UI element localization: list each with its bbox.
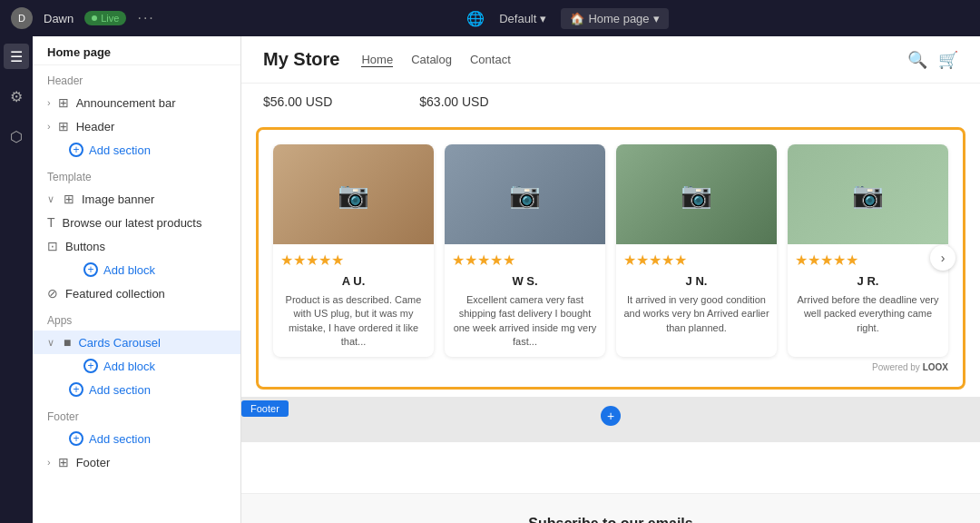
review-image-1: 📷	[273, 144, 434, 244]
user-name: Dawn	[44, 12, 74, 25]
review-card: 📷 ★★★★★ J R. Arrived before the deadline…	[788, 144, 948, 357]
review-text-1: Product is as described. Came with US pl…	[280, 293, 426, 350]
review-body-3: ★★★★★ J N. It arrived in very good condi…	[616, 244, 777, 357]
section-icon: ⊞	[58, 95, 69, 110]
stars-4: ★★★★★	[795, 252, 941, 269]
store-icons: 🔍 🛒	[907, 50, 958, 70]
sidebar-item-footer[interactable]: › ⊞ Footer	[33, 450, 240, 474]
add-block-button-1[interactable]: + Add block	[33, 258, 240, 281]
section-icon: ⊞	[64, 192, 74, 206]
store-header: My Store Home Catalog Contact 🔍 🛒	[241, 36, 980, 84]
plus-circle-icon: +	[83, 359, 98, 373]
default-dropdown[interactable]: Default ▾	[499, 12, 546, 25]
reviewer-name-4: J R.	[795, 274, 941, 288]
reviewer-name-1: A U.	[280, 274, 426, 288]
product-price-2: $63.00 USD	[419, 94, 488, 109]
section-icon: ⊞	[58, 455, 69, 469]
reviewer-name-2: W S.	[452, 274, 598, 288]
sidebar-item-browse-products[interactable]: T Browse our latest products	[33, 211, 240, 234]
nav-catalog[interactable]: Catalog	[411, 53, 452, 67]
topbar: D Dawn Live ··· 🌐 Default ▾ 🏠 Home page …	[0, 0, 980, 36]
cart-icon[interactable]: 🛒	[938, 50, 958, 70]
user-avatar: D	[11, 7, 33, 29]
add-section-button-1[interactable]: + Add section	[33, 138, 240, 162]
review-image-2: 📷	[445, 144, 605, 244]
cards-icon: ■	[64, 335, 71, 350]
section-icon: ⊘	[47, 286, 58, 301]
sidebar-item-buttons[interactable]: ⊡ Buttons	[33, 234, 240, 258]
search-icon[interactable]: 🔍	[907, 50, 927, 70]
settings-icon[interactable]: ⚙	[4, 84, 29, 109]
review-text-4: Arrived before the deadline very well pa…	[795, 293, 941, 335]
product-price-1: $56.00 USD	[263, 94, 332, 109]
chevron-icon: ›	[47, 97, 51, 108]
text-icon: T	[47, 215, 55, 230]
stars-2: ★★★★★	[452, 252, 598, 269]
header-section-label: Header	[33, 65, 240, 91]
review-text-2: Excellent camera very fast shipping fast…	[452, 293, 598, 350]
carousel-next-button[interactable]: ›	[930, 245, 956, 271]
nav-home[interactable]: Home	[361, 53, 393, 67]
plus-circle-icon: +	[69, 431, 83, 446]
page-title: Home page	[33, 36, 240, 65]
sidebar-item-featured-collection[interactable]: ⊘ Featured collection	[33, 281, 240, 305]
preview-inner: My Store Home Catalog Contact 🔍 🛒 $56.00…	[241, 36, 980, 523]
stars-3: ★★★★★	[623, 252, 769, 269]
footer-add-button[interactable]: +	[601, 406, 621, 426]
sections-icon[interactable]: ☰	[4, 44, 29, 69]
more-menu-button[interactable]: ···	[137, 10, 154, 26]
sidebar-item-header[interactable]: › ⊞ Header	[33, 114, 240, 138]
review-body-1: ★★★★★ A U. Product is as described. Came…	[273, 244, 434, 357]
sidebar-item-announcement-bar[interactable]: › ⊞ Announcement bar	[33, 91, 240, 114]
sidebar-item-image-banner[interactable]: ∨ ⊞ Image banner	[33, 187, 240, 211]
icon-rail: ☰ ⚙ ⬡	[0, 36, 33, 523]
footer-section-badge: Footer	[241, 400, 289, 417]
template-section-label: Template	[33, 162, 240, 187]
store-name: My Store	[263, 49, 339, 70]
home-icon: 🏠	[570, 12, 584, 25]
reviews-section: 📷 ★★★★★ A U. Product is as described. Ca…	[256, 127, 965, 390]
review-card: 📷 ★★★★★ A U. Product is as described. Ca…	[273, 144, 434, 357]
chevron-icon: ›	[47, 457, 51, 468]
reviews-grid: 📷 ★★★★★ A U. Product is as described. Ca…	[273, 144, 948, 357]
apps-section-label: Apps	[33, 305, 240, 331]
review-card: 📷 ★★★★★ J N. It arrived in very good con…	[616, 144, 777, 357]
add-block-button-2[interactable]: + Add block	[33, 354, 240, 378]
section-icon: ⊞	[58, 119, 69, 133]
preview-area: My Store Home Catalog Contact 🔍 🛒 $56.00…	[241, 36, 980, 523]
topbar-center: 🌐 Default ▾ 🏠 Home page ▾	[166, 8, 969, 29]
subscribe-title: Subscribe to our emails	[263, 516, 958, 523]
store-nav: Home Catalog Contact	[361, 53, 510, 67]
expand-icon: ∨	[47, 337, 54, 349]
add-section-button-2[interactable]: + Add section	[33, 378, 240, 401]
nav-contact[interactable]: Contact	[470, 53, 511, 67]
button-icon: ⊡	[47, 239, 58, 253]
review-image-4: 📷	[788, 144, 948, 244]
footer-badge-label: Footer	[250, 403, 279, 414]
home-page-button[interactable]: 🏠 Home page ▾	[561, 8, 668, 29]
expand-icon: ∨	[47, 193, 54, 205]
footer-section-label: Footer	[33, 401, 240, 427]
add-section-button-3[interactable]: + Add section	[33, 427, 240, 450]
powered-by: Powered by LOOX	[273, 357, 948, 372]
apps-icon[interactable]: ⬡	[4, 123, 29, 149]
review-image-3: 📷	[616, 144, 777, 244]
review-body-2: ★★★★★ W S. Excellent camera very fast sh…	[445, 244, 605, 357]
sidebar: Home page Header › ⊞ Announcement bar › …	[33, 36, 241, 523]
plus-circle-icon: +	[69, 382, 83, 397]
review-card: 📷 ★★★★★ W S. Excellent camera very fast …	[445, 144, 605, 357]
footer-subscribe: Subscribe to our emails →	[241, 493, 980, 523]
stars-1: ★★★★★	[280, 252, 426, 269]
sidebar-item-cards-carousel[interactable]: ∨ ■ Cards Carousel	[33, 331, 240, 354]
globe-icon: 🌐	[466, 10, 485, 27]
main-layout: ☰ ⚙ ⬡ Home page Header › ⊞ Announcement …	[0, 36, 980, 523]
live-badge: Live	[84, 11, 126, 25]
review-body-4: ★★★★★ J R. Arrived before the deadline v…	[788, 244, 948, 357]
review-text-3: It arrived in very good condition and wo…	[623, 293, 769, 335]
live-dot	[92, 15, 97, 21]
products-row: $56.00 USD $63.00 USD	[241, 84, 980, 120]
chevron-icon: ›	[47, 121, 51, 132]
plus-circle-icon: +	[83, 262, 98, 277]
plus-circle-icon: +	[69, 143, 83, 157]
reviewer-name-3: J N.	[623, 274, 769, 288]
